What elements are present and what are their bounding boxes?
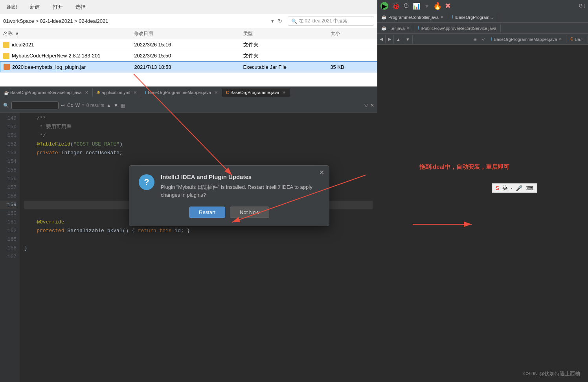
ide-nav-up[interactable]: ▲: [394, 35, 403, 43]
result-up-icon[interactable]: ▲: [107, 103, 111, 108]
col-size: 大小: [331, 30, 374, 37]
close-icon2[interactable]: ✕: [133, 90, 137, 95]
build-icon[interactable]: 🔥: [433, 2, 442, 10]
toolbar-new-btn[interactable]: 新建: [26, 3, 44, 11]
dialog-buttons: Restart Not Now: [139, 207, 320, 218]
ide-area: ▶ 🐞 ⏱ 📊 ▾ 🔥 ✖ Git ☕ ProgrammeController.…: [377, 0, 588, 382]
ide-tab-basemapper[interactable]: I BaseOrgProgrammeMapper.java ✕: [487, 35, 567, 43]
ide-tab-er[interactable]: ☕ ...er.java ✕: [377, 24, 414, 32]
ide-top-toolbar: ▶ 🐞 ⏱ 📊 ▾ 🔥 ✖ Git: [377, 0, 588, 12]
regex-icon[interactable]: *: [82, 103, 84, 108]
file-name: MybatisCodeHelperNew-2.8.2-183-201: [12, 53, 100, 59]
dialog-title: IntelliJ IDEA and Plugin Updates: [161, 173, 320, 180]
close-tab-icon2[interactable]: ✕: [406, 26, 410, 31]
breadcrumb-path: 01workSpace > 02-1-idea2021 > 02-ideal20…: [3, 18, 270, 24]
java-icon: ☕: [381, 15, 387, 20]
file-name: 2020idea-mybatis_log_plugin.jar: [12, 64, 86, 70]
search-input[interactable]: [11, 101, 59, 109]
ide-filter-icon[interactable]: ▽: [479, 35, 487, 43]
list-item[interactable]: 2020idea-mybatis_log_plugin.jar 2021/7/1…: [0, 61, 377, 72]
sort-icon[interactable]: ∧: [15, 31, 19, 36]
folder-icon: [3, 42, 9, 48]
dialog-body: Plugin "Mybatis 日誌插件" is installed. Rest…: [161, 183, 320, 199]
editor-tab-programme[interactable]: C BaseOrgProgramme.java ✕: [222, 89, 290, 97]
nav-prev-icon[interactable]: ↩: [61, 103, 65, 108]
ide-align-icon[interactable]: ≡: [472, 35, 479, 43]
result-view-icon[interactable]: ▦: [121, 103, 125, 108]
ide-tab-ipublic[interactable]: I IPublicFlowApproveRecordService.java: [414, 24, 501, 32]
search-box[interactable]: 🔍 在 02-ideal2021 中搜索: [288, 17, 374, 26]
close-icon4[interactable]: ✕: [282, 90, 286, 95]
search-icon: 🔍: [291, 18, 297, 24]
ide-tab-programmectrl[interactable]: ☕ ProgrammeController.java ✕: [377, 13, 448, 21]
filter-icon[interactable]: ▽: [364, 103, 368, 108]
toolbar-open-btn[interactable]: 打开: [49, 3, 67, 11]
run-button[interactable]: ▶: [380, 2, 388, 10]
file-type: 文件夹: [243, 52, 331, 59]
editor-main: ☕ BaseOrgProgrammeServiceImpl.java ✕ ⚙ a…: [0, 87, 377, 382]
case-icon[interactable]: Cc: [67, 103, 73, 108]
mapper-tab-icon: I: [145, 90, 146, 95]
toolbar-select-btn[interactable]: 选择: [72, 3, 90, 11]
editor-tabs: ☕ BaseOrgProgrammeServiceImpl.java ✕ ⚙ a…: [0, 87, 377, 98]
col-name: 名称 ∧: [3, 30, 134, 37]
close-search-icon[interactable]: ✕: [370, 103, 374, 108]
debug-icon[interactable]: 🐞: [391, 2, 400, 10]
breadcrumb-refresh-icon[interactable]: ↻: [278, 18, 282, 24]
close-icon[interactable]: ✕: [85, 90, 88, 95]
code-area: 149 150 151 152 153 154 155 156 157 158 …: [0, 113, 377, 382]
fe-breadcrumb: 01workSpace > 02-1-idea2021 > 02-ideal20…: [0, 14, 377, 28]
coverage-icon[interactable]: 📊: [413, 2, 421, 10]
file-type: Executable Jar File: [243, 64, 331, 70]
profile-icon[interactable]: ⏱: [403, 2, 410, 9]
breadcrumb-dropdown-icon[interactable]: ▾: [271, 18, 274, 24]
restart-button[interactable]: Restart: [189, 207, 225, 218]
close-tab-icon3[interactable]: ✕: [559, 37, 562, 42]
search-bar: 🔍 ↩ Cc W * 0 results ▲ ▼ ▦ ▽ ✕: [0, 98, 377, 113]
list-item[interactable]: ideal2021 2022/3/26 15:16 文件夹: [0, 39, 377, 50]
dialog-close-icon[interactable]: ✕: [319, 169, 324, 176]
ide-tabs-row2: ☕ ...er.java ✕ I IPublicFlowApproveRecor…: [377, 23, 588, 34]
editor-tab-mapper[interactable]: I BaseOrgProgrammeMapper.java ✕: [141, 89, 222, 97]
list-item[interactable]: MybatisCodeHelperNew-2.8.2-183-201 2022/…: [0, 50, 377, 61]
close-tab-icon[interactable]: ✕: [440, 15, 444, 20]
not-now-button[interactable]: Not Now: [230, 207, 269, 218]
word-icon[interactable]: W: [75, 103, 80, 108]
class-tab-icon: C: [226, 90, 229, 95]
close-icon3[interactable]: ✕: [214, 90, 218, 95]
file-type: 文件夹: [243, 41, 331, 48]
fe-toolbar: 组织 新建 打开 选择: [0, 0, 377, 14]
file-name: ideal2021: [12, 42, 34, 48]
git-label: Git: [579, 3, 585, 9]
search-results: 0 results: [86, 103, 104, 108]
ide-tab-ibaseorg[interactable]: I IBaseOrgProgram...: [448, 13, 498, 21]
toolbar-group-btn[interactable]: 组织: [3, 3, 21, 11]
line-numbers: 149 150 151 152 153 154 155 156 157 158 …: [0, 113, 20, 382]
editor-tab-serviceimpl[interactable]: ☕ BaseOrgProgrammeServiceImpl.java ✕: [0, 89, 93, 97]
col-type: 类型: [243, 30, 331, 37]
ide-nav-right[interactable]: ▶: [386, 35, 394, 43]
update-dialog: ✕ ? IntelliJ IDEA and Plugin Updates Plu…: [129, 165, 329, 226]
file-date: 2022/3/26 15:50: [134, 53, 243, 59]
ide-nav-down[interactable]: ▼: [403, 35, 413, 43]
dialog-text-area: IntelliJ IDEA and Plugin Updates Plugin …: [161, 173, 320, 199]
ide-tabs-row3: ◀ ▶ ▲ ▼ ≡ ▽ I BaseOrgProgrammeMapper.jav…: [377, 34, 588, 45]
code-content[interactable]: /** * 费用可用率 */ @TableField("COST_USE_RAT…: [20, 113, 377, 382]
ide-tab-ba[interactable]: C Ba...: [566, 35, 588, 43]
yml-tab-icon: ⚙: [97, 90, 100, 95]
dialog-question-icon: ?: [139, 174, 154, 190]
search-placeholder: 在 02-ideal2021 中搜索: [299, 18, 347, 24]
editor-tab-yml[interactable]: ⚙ application.yml ✕: [93, 89, 141, 97]
file-explorer: 组织 新建 打开 选择 01workSpace > 02-1-idea2021 …: [0, 0, 377, 87]
jar-icon: [4, 64, 10, 70]
file-date: 2021/7/13 18:58: [134, 64, 243, 70]
ide-tabs-row1: ☕ ProgrammeController.java ✕ I IBaseOrgP…: [377, 12, 588, 23]
col-date: 修改日期: [134, 30, 243, 37]
ide-nav-left[interactable]: ◀: [377, 35, 386, 43]
file-size: 35 KB: [330, 64, 374, 70]
folder-icon: [3, 53, 9, 59]
result-down-icon[interactable]: ▼: [114, 103, 118, 108]
dialog-header: ? IntelliJ IDEA and Plugin Updates Plugi…: [139, 173, 320, 199]
watermark: CSDN @伏加特遇上西柚: [523, 370, 580, 377]
close-icon[interactable]: ✖: [445, 2, 451, 10]
